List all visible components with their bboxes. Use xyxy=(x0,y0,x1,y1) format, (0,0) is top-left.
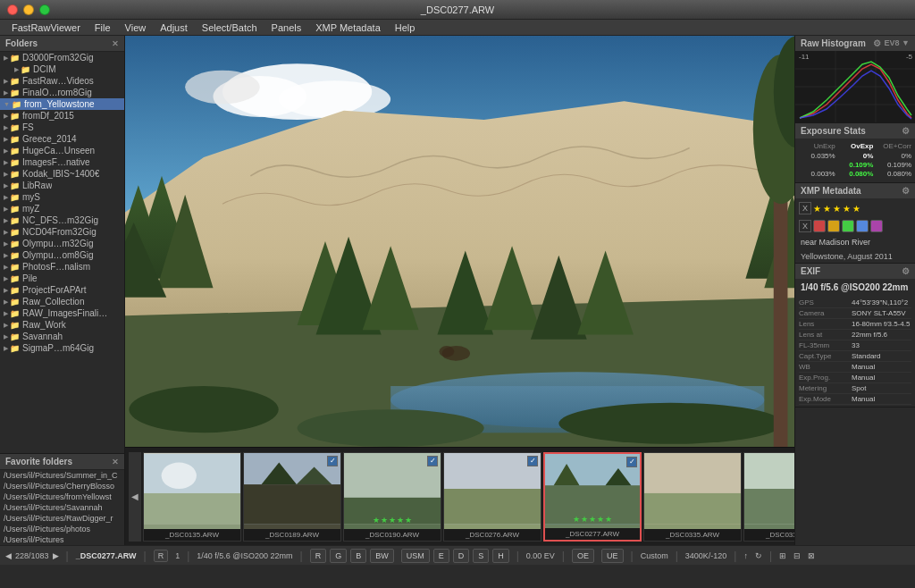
folder-item[interactable]: ▶📁Savannah xyxy=(0,331,124,342)
folder-item[interactable]: ▶📁FinalO…rom8Gig xyxy=(0,87,124,98)
folder-item[interactable]: ▶📁myS xyxy=(0,191,124,203)
fav-item[interactable]: /Users/il/Pictures xyxy=(0,534,124,545)
minimize-button[interactable] xyxy=(23,4,34,15)
close-button[interactable] xyxy=(7,4,18,15)
thumbnail-item[interactable]: ✓ _DSC0276.ARW xyxy=(443,452,541,542)
fav-item[interactable]: /Users/il/Pictures/Savannah xyxy=(0,502,124,513)
fav-header[interactable]: Favorite folders ✕ xyxy=(0,454,124,470)
xmp-star-4[interactable]: ★ xyxy=(843,204,851,214)
xmp-settings-icon[interactable]: ⚙ xyxy=(902,186,910,196)
folder-item[interactable]: ▶📁Kodak_IBIS~1400€ xyxy=(0,168,124,180)
menu-file[interactable]: File xyxy=(88,21,117,34)
oe-button[interactable]: OE xyxy=(572,549,594,563)
folders-list[interactable]: ▶📁D3000From32Gig ▶📁DCIM ▶📁FastRaw…Videos… xyxy=(0,52,124,453)
channel-bw-button[interactable]: BW xyxy=(370,549,394,563)
folder-item[interactable]: ▶📁fromDf_2015 xyxy=(0,110,124,122)
folder-item[interactable]: ▶📁Pile xyxy=(0,273,124,284)
usm-button[interactable]: USM xyxy=(401,549,430,563)
h-button[interactable]: H xyxy=(492,549,509,563)
folder-item[interactable]: ▶📁HugeCa…Unseen xyxy=(0,145,124,156)
folders-header[interactable]: Folders ✕ xyxy=(0,36,124,52)
thumbnail-item-selected[interactable]: ✓ ★★★★★ _DSC0277.ARW xyxy=(543,452,642,542)
fav-item[interactable]: /Users/il/Pictures/Summer_in_C xyxy=(0,470,124,481)
thumbnail-item[interactable]: _DSC0135.ARW xyxy=(143,452,241,542)
channel-g-button[interactable]: G xyxy=(330,549,347,563)
folder-item[interactable]: ▶📁Greece_2014 xyxy=(0,133,124,145)
scroll-left-arrow[interactable]: ◀ xyxy=(129,452,141,542)
menu-xmp-metadata[interactable]: XMP Metadata xyxy=(309,21,387,34)
color-dot-yellow[interactable] xyxy=(827,220,840,232)
thumbnail-check[interactable]: ✓ xyxy=(427,456,438,466)
thumbnail-item[interactable]: ✓ _DSC0189.ARW xyxy=(243,452,341,542)
folder-item[interactable]: ▶📁LibRaw xyxy=(0,180,124,191)
folder-item[interactable]: ▶📁RAW_ImagesFinali… xyxy=(0,307,124,319)
maximize-button[interactable] xyxy=(39,4,50,15)
e-button[interactable]: E xyxy=(433,549,449,563)
zoom-icon[interactable]: ⊟ xyxy=(793,551,801,560)
thumbnail-item[interactable]: _DSC0335.ARW xyxy=(643,452,742,542)
rotate-icon[interactable]: ↻ xyxy=(755,551,762,560)
xmp-star-2[interactable]: ★ xyxy=(823,204,831,214)
fav-close-icon[interactable]: ✕ xyxy=(112,458,119,466)
folder-item[interactable]: ▶📁NC_DFS…m32Gig xyxy=(0,214,124,226)
fav-item[interactable]: /Users/il/Pictures/fromYellowst xyxy=(0,491,124,502)
ue-button[interactable]: UE xyxy=(601,549,624,563)
s-button[interactable]: S xyxy=(473,549,489,563)
xmp-star-1[interactable]: ★ xyxy=(813,204,821,214)
folder-item[interactable]: ▶📁Raw_Work xyxy=(0,319,124,331)
thumbnail-check[interactable]: ✓ xyxy=(327,456,338,466)
folder-item[interactable]: ▶📁ProjectForAPArt xyxy=(0,284,124,296)
menu-panels[interactable]: Panels xyxy=(265,21,308,34)
thumbnail-item[interactable]: ✓ ★★★★★ _DSC0190.ARW xyxy=(343,452,441,542)
folder-item[interactable]: ▶📁FastRaw…Videos xyxy=(0,75,124,87)
exposure-stats-header[interactable]: Exposure Stats ⚙ xyxy=(795,123,915,139)
menu-appname[interactable]: FastRawViewer xyxy=(5,21,87,34)
folder-item[interactable]: ▶📁NCD04From32Gig xyxy=(0,226,124,238)
flag-button[interactable]: R xyxy=(154,550,169,562)
folder-item[interactable]: ▶📁Olympu…om8Gig xyxy=(0,249,124,261)
menu-select-batch[interactable]: Select/Batch xyxy=(196,21,264,34)
folder-item[interactable]: ▶📁Raw_Collection xyxy=(0,296,124,307)
thumbnail-item[interactable]: ✓ _DSC0338.ARW xyxy=(743,452,794,542)
d-button[interactable]: D xyxy=(453,549,470,563)
exif-settings-icon[interactable]: ⚙ xyxy=(902,266,910,276)
folder-item[interactable]: ▶📁DCIM xyxy=(0,63,124,75)
folder-item[interactable]: ▶📁SigmaP…m64Gig xyxy=(0,342,124,354)
channel-r-button[interactable]: R xyxy=(310,549,327,563)
fav-item[interactable]: /Users/il/Pictures/CherryBlosso xyxy=(0,481,124,491)
channel-b-button[interactable]: B xyxy=(350,549,366,563)
folder-item[interactable]: ▶📁PhotosF…nalism xyxy=(0,261,124,273)
folder-item[interactable]: ▶📁Olympu…m32Gig xyxy=(0,238,124,249)
folder-item[interactable]: ▶📁ImagesF…native xyxy=(0,156,124,168)
xmp-star-3[interactable]: ★ xyxy=(833,204,841,214)
grid-icon[interactable]: ⊞ xyxy=(779,551,786,560)
nav-prev-icon[interactable]: ◀ xyxy=(5,551,12,560)
fav-item[interactable]: /Users/il/Pictures/photos xyxy=(0,524,124,534)
color-dot-blue[interactable] xyxy=(856,220,869,232)
histogram-settings-icon[interactable]: ⚙ xyxy=(873,38,881,48)
color-dot-red[interactable] xyxy=(813,220,826,232)
menu-view[interactable]: View xyxy=(119,21,153,34)
fit-icon[interactable]: ⊠ xyxy=(808,551,815,560)
folder-item[interactable]: ▶📁myZ xyxy=(0,203,124,214)
menu-adjust[interactable]: Adjust xyxy=(154,21,194,34)
xmp-metadata-header[interactable]: XMP Metadata ⚙ xyxy=(795,183,915,198)
exposure-stats-icon[interactable]: ⚙ xyxy=(902,126,910,136)
folder-item-selected[interactable]: ▼📁from_Yellowstone xyxy=(0,98,124,110)
folders-close-icon[interactable]: ✕ xyxy=(112,39,119,48)
thumbnail-check[interactable]: ✓ xyxy=(626,457,637,467)
exif-header[interactable]: EXIF ⚙ xyxy=(795,264,915,279)
folder-item[interactable]: ▶📁D3000From32Gig xyxy=(0,52,124,63)
xmp-star-5[interactable]: ★ xyxy=(852,204,860,214)
color-dot-purple[interactable] xyxy=(870,220,883,232)
fav-item[interactable]: /Users/il/Pictures/RawDigger_r xyxy=(0,513,124,524)
xmp-x-label-2[interactable]: X xyxy=(799,220,811,232)
folder-item[interactable]: ▶📁FS xyxy=(0,122,124,133)
menu-help[interactable]: Help xyxy=(389,21,422,34)
thumbnail-check[interactable]: ✓ xyxy=(527,456,538,466)
nav-next-icon[interactable]: ▶ xyxy=(53,551,59,560)
histogram-header[interactable]: Raw Histogram ⚙ EV8 ▼ xyxy=(795,36,915,51)
xmp-x-label-1[interactable]: X xyxy=(799,202,811,214)
histogram-ev-label[interactable]: EV8 ▼ xyxy=(885,38,910,48)
color-dot-green[interactable] xyxy=(842,220,854,232)
